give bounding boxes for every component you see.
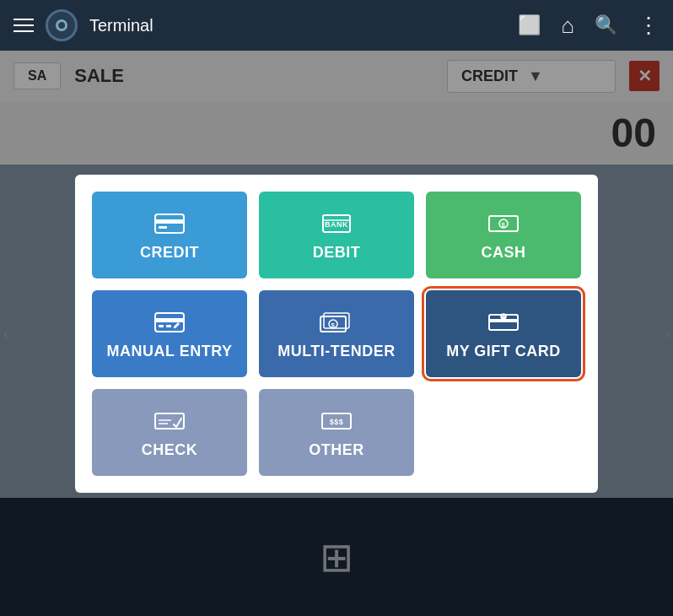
debit-icon: BANK — [321, 212, 352, 235]
more-icon[interactable]: ⋮ — [638, 13, 660, 39]
credit-label: CREDIT — [140, 244, 199, 262]
credit-icon — [154, 212, 185, 235]
modal-overlay: CREDIT BANK DEBIT — [0, 51, 673, 616]
multi-tender-button[interactable]: $ MULTI-TENDER — [259, 290, 414, 377]
svg-text:$: $ — [331, 322, 336, 329]
svg-text:$: $ — [502, 221, 506, 229]
main-content: SA SALE CREDIT ▼ ✕ 00 ‹ › — [0, 51, 673, 616]
payment-modal: CREDIT BANK DEBIT — [75, 175, 598, 493]
navbar-right: ⬜ ⌂ 🔍 ⋮ — [518, 13, 660, 39]
check-button[interactable]: CHECK — [92, 389, 247, 476]
manual-entry-icon — [154, 311, 185, 334]
multi-tender-icon: $ — [320, 311, 353, 334]
manual-entry-button[interactable]: MANUAL ENTRY — [92, 290, 247, 377]
cash-label: CASH — [481, 244, 525, 262]
gift-card-icon — [488, 311, 519, 334]
debit-button[interactable]: BANK DEBIT — [259, 192, 414, 278]
app-title: Terminal — [89, 16, 153, 35]
navbar: Terminal ⬜ ⌂ 🔍 ⋮ — [0, 0, 673, 51]
manual-entry-label: MANUAL ENTRY — [107, 343, 233, 360]
svg-text:$$$: $$$ — [330, 418, 344, 426]
svg-text:BANK: BANK — [325, 220, 348, 229]
other-button[interactable]: $$$ OTHER — [259, 389, 414, 476]
multi-tender-label: MULTI-TENDER — [277, 343, 396, 360]
svg-rect-10 — [155, 318, 184, 322]
credit-button[interactable]: CREDIT — [92, 192, 247, 278]
cash-button[interactable]: $ CASH — [426, 192, 581, 278]
debit-label: DEBIT — [313, 244, 361, 262]
svg-rect-12 — [166, 325, 171, 327]
svg-rect-1 — [155, 219, 184, 224]
gift-card-label: MY GIFT CARD — [446, 343, 561, 360]
check-label: CHECK — [142, 441, 198, 459]
gift-card-button[interactable]: MY GIFT CARD — [426, 290, 581, 377]
hamburger-menu-icon[interactable] — [13, 19, 34, 32]
svg-rect-11 — [159, 325, 164, 327]
other-icon: $$$ — [321, 409, 352, 433]
svg-rect-2 — [159, 226, 167, 229]
check-icon — [154, 409, 185, 433]
navbar-left: Terminal — [13, 9, 153, 41]
tablet-icon[interactable]: ⬜ — [518, 14, 541, 36]
cash-icon: $ — [488, 212, 519, 235]
payment-grid: CREDIT BANK DEBIT — [92, 192, 581, 476]
logo-icon — [46, 9, 78, 41]
search-icon[interactable]: 🔍 — [595, 14, 617, 36]
other-label: OTHER — [309, 441, 364, 459]
home-icon[interactable]: ⌂ — [561, 13, 574, 39]
logo-inner-circle — [56, 19, 67, 31]
